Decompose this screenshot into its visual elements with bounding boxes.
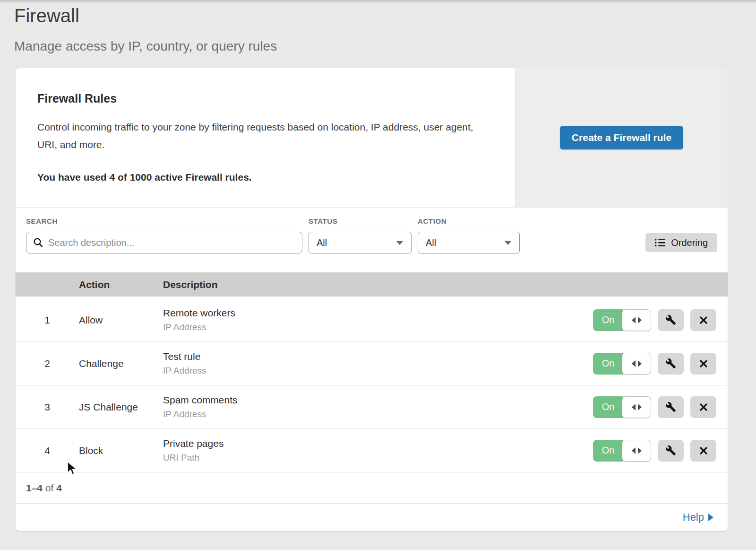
rule-controls: On [572, 309, 728, 331]
ordering-button[interactable]: Ordering [645, 233, 717, 252]
action-column-header: Action [79, 279, 163, 290]
chevron-down-icon [396, 241, 404, 245]
rule-match-type: URI Path [163, 453, 572, 463]
rule-priority: 3 [16, 402, 79, 413]
status-filter-group: STATUS All [309, 217, 412, 253]
description-column-header: Description [163, 279, 572, 290]
wrench-icon [665, 358, 676, 369]
rule-match-type: IP Address [163, 409, 572, 419]
action-label: ACTION [418, 217, 520, 225]
rule-action: Block [79, 445, 163, 456]
rule-description-cell: Private pages URI Path [163, 438, 572, 463]
ordering-button-label: Ordering [671, 237, 708, 248]
chevron-down-icon [504, 241, 512, 245]
toggle-on-label: On [593, 440, 623, 462]
card-footer: Help [16, 504, 728, 531]
toggle-drag-handle[interactable] [622, 353, 651, 375]
table-row: 4 Block Private pages URI Path On [16, 429, 728, 472]
page-subtitle: Manage access by IP, country, or query r… [14, 39, 756, 54]
table-row: 3 JS Challenge Spam comments IP Address … [16, 385, 728, 429]
wrench-icon [665, 314, 676, 325]
arrow-right-icon [638, 317, 642, 323]
status-selected-value: All [317, 237, 327, 248]
wrench-icon [665, 445, 676, 456]
delete-rule-button[interactable] [690, 353, 716, 375]
delete-rule-button[interactable] [690, 309, 716, 331]
table-row: 1 Allow Remote workers IP Address On [16, 298, 728, 342]
arrow-right-icon [708, 514, 713, 521]
overview-description: Control incoming traffic to your zone by… [37, 119, 482, 154]
close-icon [699, 359, 708, 368]
toggle-on-label: On [593, 396, 623, 418]
status-label: STATUS [309, 217, 412, 225]
rule-action: JS Challenge [79, 402, 163, 413]
pagination: 1–4 of 4 [16, 472, 728, 504]
page-title: Firewall [14, 4, 756, 27]
help-label: Help [683, 511, 704, 524]
overview-section: Firewall Rules Control incoming traffic … [16, 68, 728, 207]
pagination-range: 1–4 [26, 482, 43, 494]
rule-match-type: IP Address [163, 366, 572, 376]
rule-action: Allow [79, 314, 163, 326]
help-link[interactable]: Help [683, 511, 713, 524]
rule-action: Challenge [79, 358, 163, 369]
ordered-list-icon [655, 238, 665, 247]
toggle-drag-handle[interactable] [622, 396, 651, 418]
rule-enabled-toggle[interactable]: On [593, 353, 651, 375]
search-label: SEARCH [26, 217, 302, 225]
search-box[interactable] [26, 232, 302, 253]
overview-usage-count: You have used 4 of 1000 active Firewall … [37, 172, 482, 183]
page-header: Firewall Manage access by IP, country, o… [0, 0, 756, 54]
toggle-drag-handle[interactable] [622, 440, 651, 462]
rule-enabled-toggle[interactable]: On [593, 440, 651, 462]
arrow-right-icon [638, 447, 642, 454]
close-icon [699, 402, 708, 412]
edit-rule-button[interactable] [658, 309, 684, 331]
create-firewall-rule-button[interactable]: Create a Firewall rule [560, 126, 683, 149]
search-icon [33, 237, 43, 248]
filters-bar: SEARCH STATUS All ACTION All [16, 207, 728, 272]
pagination-total: 4 [56, 482, 62, 494]
rule-priority: 4 [16, 445, 79, 456]
delete-rule-button[interactable] [690, 440, 716, 462]
search-input[interactable] [48, 237, 295, 248]
rule-enabled-toggle[interactable]: On [593, 396, 651, 418]
overview-text: Firewall Rules Control incoming traffic … [16, 68, 515, 207]
rule-description: Private pages [163, 438, 572, 449]
firewall-rules-card: Firewall Rules Control incoming traffic … [16, 68, 728, 531]
search-filter-group: SEARCH [26, 217, 302, 253]
rule-description-cell: Spam comments IP Address [163, 394, 572, 419]
action-select[interactable]: All [418, 232, 520, 253]
rule-controls: On [572, 440, 728, 462]
create-rule-panel: Create a Firewall rule [515, 68, 728, 207]
rule-match-type: IP Address [163, 322, 572, 332]
arrow-left-icon [632, 404, 636, 410]
rule-controls: On [572, 353, 728, 375]
rule-enabled-toggle[interactable]: On [593, 309, 651, 331]
rule-priority: 1 [16, 314, 79, 326]
close-icon [699, 446, 708, 455]
ordering-wrap: Ordering [645, 232, 717, 253]
toggle-drag-handle[interactable] [622, 309, 651, 331]
delete-rule-button[interactable] [690, 396, 716, 418]
rule-description: Spam comments [163, 394, 572, 406]
rule-description-cell: Remote workers IP Address [163, 307, 572, 332]
arrow-right-icon [638, 404, 642, 410]
edit-rule-button[interactable] [658, 440, 684, 462]
arrow-left-icon [632, 447, 636, 454]
action-selected-value: All [426, 237, 436, 248]
edit-rule-button[interactable] [658, 353, 684, 375]
pagination-of: of [43, 482, 56, 494]
action-filter-group: ACTION All [418, 217, 520, 253]
edit-rule-button[interactable] [658, 396, 684, 418]
table-header-row: Action Description [16, 272, 728, 298]
rule-description: Remote workers [163, 307, 572, 319]
table-row: 2 Challenge Test rule IP Address On [16, 342, 728, 385]
wrench-icon [665, 402, 676, 412]
status-select[interactable]: All [309, 232, 412, 253]
arrow-left-icon [632, 360, 636, 367]
arrow-right-icon [638, 360, 642, 367]
rule-controls: On [572, 396, 728, 418]
toggle-on-label: On [593, 353, 623, 375]
window-top-edge [0, 0, 756, 4]
